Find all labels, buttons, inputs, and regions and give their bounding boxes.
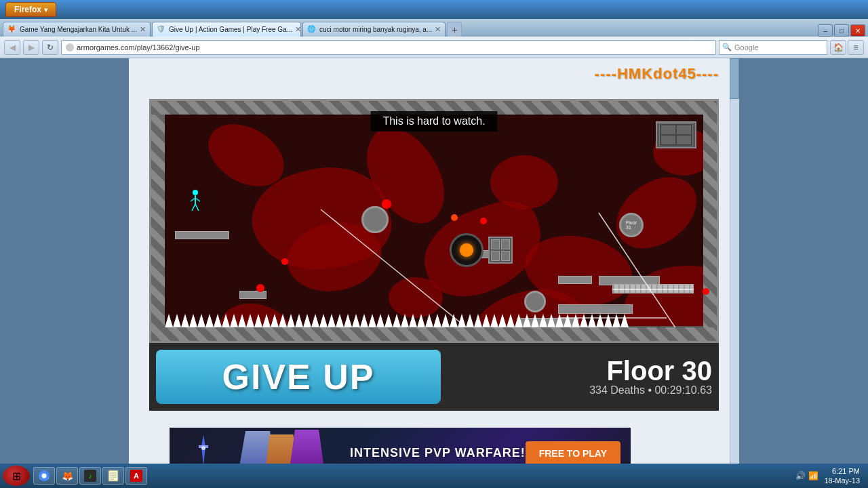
bullet-5 [256,284,264,292]
start-button[interactable]: ⊞ [3,466,30,486]
security-icon [66,43,74,52]
winamp-icon: ♪ [84,470,96,482]
svg-line-6 [321,209,572,341]
new-tab-button[interactable]: + [447,22,462,37]
fi-4 [677,136,691,144]
tabs-row: 🦊 Game Yang Mengajarkan Kita Untuk ... ✕… [0,19,868,37]
svg-rect-18 [108,470,118,481]
tab-2-label: Give Up | Action Games | Play Free Ga... [169,26,292,33]
floor-label: Floor 30 [606,357,712,384]
cannon-core [460,243,473,257]
player-svg [189,189,202,214]
game-controls-bar: GIVE UP Floor 30 334 Deaths • 00:29:10.6… [149,343,719,411]
svg-text:A: A [134,472,139,480]
deaths-count: 334 Deaths [589,384,645,396]
forward-button[interactable]: ▶ [23,40,39,55]
tab-2-close[interactable]: ✕ [295,25,301,34]
address-bar[interactable]: armorgames.com/play/13662/give-up [61,40,716,55]
tab-3-label: cuci motor miring banyak ruginya, a... [319,26,432,33]
browser-titlebar: Firefox [0,0,868,19]
firefox-taskbar-icon: 🦊 [61,470,73,482]
address-text: armorgames.com/play/13662/give-up [77,43,200,52]
svg-line-3 [195,198,200,201]
tab-1-icon: 🦊 [7,25,17,35]
panel-cell-3 [491,251,500,261]
refresh-button[interactable]: ↻ [42,40,58,55]
fi-1 [661,125,675,134]
volume-icon: 📶 [808,471,818,481]
taskbar-notepad[interactable] [102,467,124,485]
search-bar[interactable]: 🔍 Google [719,40,827,55]
deaths-info: 334 Deaths • 00:29:10.63 [589,384,712,396]
taskbar-winamp[interactable]: ♪ [79,467,101,485]
search-engine-icon: 🔍 [722,43,732,52]
cannon [450,233,484,267]
taskbar-right: 🔊 📶 6:21 PM 18-May-13 [795,466,865,486]
maximize-button[interactable]: □ [834,24,849,37]
svg-point-13 [201,446,205,450]
panel-cell-1 [491,239,500,249]
give-up-button[interactable]: GIVE UP [156,350,441,404]
navigation-bar: ◀ ▶ ↻ armorgames.com/play/13662/give-up … [0,37,868,58]
laser-overlay [151,101,717,341]
tab-3[interactable]: 🌐 cuci motor miring banyak ruginya, a...… [302,22,446,37]
bullet-2 [451,214,458,221]
separator: • [648,384,654,396]
floor-indicator [659,123,693,146]
page-content: ----HMKdot45---- [0,58,868,488]
minimize-button[interactable]: – [818,24,833,37]
game-canvas[interactable]: This is hard to watch. [149,99,719,343]
taskbar: ⊞ 🦊 ♪ [0,464,868,488]
player-character [189,189,202,214]
svg-point-15 [42,474,47,479]
svg-line-5 [195,204,199,211]
tab-2-icon: 🛡️ [157,25,166,35]
network-icon: 🔊 [795,471,806,481]
svg-text:♪: ♪ [89,472,92,480]
bullet-1 [382,199,391,209]
game-message: This is hard to watch. [370,111,497,131]
page-inner: ----HMKdot45---- [129,58,739,488]
svg-line-10 [599,213,701,341]
search-placeholder: Google [734,43,758,52]
clock-date: 18-May-13 [824,476,860,485]
bullet-4 [281,258,288,265]
panel-cell-4 [501,251,510,261]
menu-button[interactable]: ≡ [848,40,864,55]
tab-1-label: Game Yang Mengajarkan Kita Untuk ... [20,26,137,33]
window-controls: – □ ✕ [818,24,865,37]
scrollbar-thumb[interactable] [730,58,739,99]
clock-time: 6:21 PM [824,466,860,476]
home-button[interactable]: 🏠 [830,40,846,55]
watermark: ----HMKdot45---- [595,65,719,83]
fi-3 [661,136,675,144]
game-info: Floor 30 334 Deaths • 00:29:10.63 [448,357,719,396]
tab-3-icon: 🌐 [307,25,317,35]
game-wrapper: This is hard to watch. [149,99,719,479]
svg-line-2 [191,198,195,201]
back-button[interactable]: ◀ [4,40,20,55]
close-button[interactable]: ✕ [850,24,865,37]
scrollbar[interactable] [730,58,739,488]
tab-2[interactable]: 🛡️ Give Up | Action Games | Play Free Ga… [152,22,301,37]
tab-1-close[interactable]: ✕ [140,25,146,34]
taskbar-chrome[interactable] [33,467,55,485]
control-panel [488,237,513,264]
firefox-label: Firefox [14,5,41,14]
chrome-icon [38,470,50,482]
tab-1[interactable]: 🦊 Game Yang Mengajarkan Kita Untuk ... ✕ [3,22,151,37]
ad-cta-button[interactable]: FREE TO PLAY [526,441,620,466]
taskbar-avira[interactable]: A [125,467,147,485]
firefox-menu-button[interactable]: Firefox [5,2,56,17]
system-icons: 🔊 📶 [795,471,818,481]
bullet-3 [480,218,487,224]
avira-icon: A [130,470,142,482]
floor-box [656,121,696,148]
timer: 00:29:10.63 [654,384,712,396]
ad-logo-content [193,433,214,467]
svg-point-0 [193,190,198,195]
taskbar-firefox[interactable]: 🦊 [56,467,78,485]
nav-right-buttons: 🏠 ≡ [830,40,864,55]
taskbar-clock: 6:21 PM 18-May-13 [824,466,860,486]
tab-3-close[interactable]: ✕ [435,25,441,34]
